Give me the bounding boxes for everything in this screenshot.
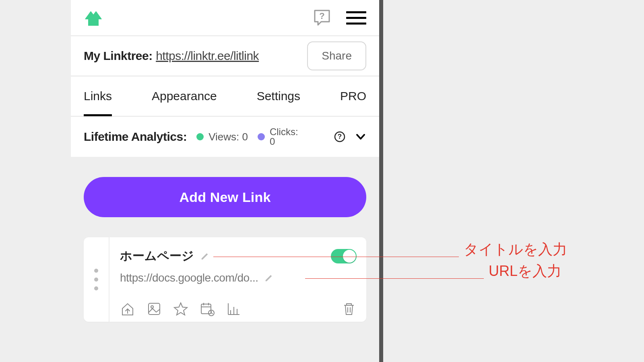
annotation-line-title — [213, 257, 459, 257]
views-label: Views: 0 — [208, 131, 248, 143]
tab-pro[interactable]: PRO — [340, 89, 366, 103]
linktree-logo-icon — [84, 9, 103, 27]
clicks-value: 0 — [270, 137, 298, 146]
schedule-icon[interactable] — [200, 301, 215, 317]
svg-text:?: ? — [338, 133, 342, 140]
link-title[interactable]: ホームページ — [120, 248, 194, 264]
links-workspace: Add New Link ホームページ https://docs.google.… — [71, 157, 379, 362]
link-enabled-toggle[interactable] — [331, 249, 357, 263]
thumbnail-icon[interactable] — [147, 301, 162, 317]
clicks-label: Clicks: — [270, 127, 298, 137]
clicks-metric: Clicks: 0 — [258, 127, 298, 146]
analytics-help-icon[interactable]: ? — [334, 131, 345, 142]
annotation-line-url — [305, 278, 484, 279]
help-icon[interactable]: ? — [312, 8, 332, 27]
svg-point-8 — [151, 306, 153, 308]
edit-url-pencil-icon[interactable] — [264, 274, 273, 282]
edit-title-pencil-icon[interactable] — [200, 252, 209, 261]
drag-handle[interactable] — [84, 237, 109, 322]
svg-rect-2 — [88, 19, 91, 26]
hamburger-menu-icon[interactable] — [346, 11, 366, 25]
tab-appearance[interactable]: Appearance — [152, 89, 217, 103]
topbar: ? — [71, 0, 379, 36]
add-new-link-button[interactable]: Add New Link — [84, 177, 366, 217]
link-title-row: ホームページ — [120, 248, 357, 264]
topbar-right: ? — [312, 8, 366, 27]
svg-marker-0 — [85, 11, 93, 19]
svg-rect-9 — [201, 304, 211, 314]
link-card: ホームページ https://docs.google.com/do... — [84, 237, 366, 322]
lifetime-analytics-bar: Lifetime Analytics: Views: 0 Clicks: 0 ? — [71, 117, 379, 157]
my-linktree-row: My Linktree: https://linktr.ee/litlink S… — [71, 36, 379, 76]
my-linktree-text: My Linktree: https://linktr.ee/litlink — [84, 49, 259, 63]
my-linktree-url[interactable]: https://linktr.ee/litlink — [156, 49, 259, 62]
analytics-title: Lifetime Analytics: — [84, 130, 187, 144]
svg-rect-7 — [149, 303, 160, 315]
views-dot-icon — [196, 133, 204, 140]
svg-marker-1 — [93, 11, 102, 19]
annotation-label-url: URLを入力 — [489, 261, 561, 281]
admin-tabs: Links Appearance Settings PRO — [71, 76, 379, 117]
svg-text:?: ? — [319, 11, 324, 21]
svg-rect-3 — [95, 19, 99, 26]
views-metric: Views: 0 — [196, 131, 248, 143]
tab-links[interactable]: Links — [84, 89, 112, 103]
clicks-dot-icon — [258, 133, 265, 140]
trash-icon[interactable] — [341, 301, 357, 317]
link-url-row: https://docs.google.com/do... — [120, 272, 357, 284]
my-linktree-label: My Linktree: — [84, 49, 153, 62]
annotation-label-title: タイトルを入力 — [464, 240, 567, 259]
link-url[interactable]: https://docs.google.com/do... — [120, 272, 258, 284]
link-card-actions — [120, 301, 357, 317]
linktree-admin-panel: ? My Linktree: https://linktr.ee/litlink… — [71, 0, 383, 362]
tab-settings[interactable]: Settings — [257, 89, 300, 103]
share-button[interactable]: Share — [307, 41, 366, 70]
stats-icon[interactable] — [226, 301, 242, 317]
chevron-down-icon[interactable] — [355, 131, 366, 142]
link-card-body: ホームページ https://docs.google.com/do... — [109, 237, 366, 322]
drag-handle-icon — [94, 269, 98, 290]
star-icon[interactable] — [173, 301, 188, 317]
redirect-icon[interactable] — [120, 301, 135, 317]
